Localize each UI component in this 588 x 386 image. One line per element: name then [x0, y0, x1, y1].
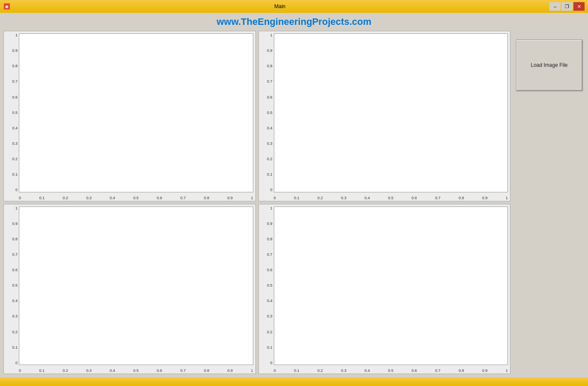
- x-axis-top-right: 0 0.1 0.2 0.3 0.4 0.5 0.6 0.7 0.8 0.9 1: [274, 195, 508, 200]
- y-axis-bottom-left: 1 0.9 0.8 0.7 0.6 0.5 0.4 0.3 0.2 0.1 0: [4, 206, 19, 365]
- title-bar: ▣ Main – ❐ ✕: [0, 0, 588, 13]
- plot-canvas-bottom-right: [274, 206, 508, 365]
- plot-canvas-top-right: [274, 33, 508, 192]
- plots-and-controls: 1 0.9 0.8 0.7 0.6 0.5 0.4 0.3 0.2 0.1 0: [3, 31, 585, 374]
- app-icon: ▣: [3, 3, 10, 10]
- plot-area-bottom-left: 1 0.9 0.8 0.7 0.6 0.5 0.4 0.3 0.2 0.1 0: [4, 204, 255, 374]
- window-title: Main: [10, 3, 549, 9]
- y-axis-top-left: 1 0.9 0.8 0.7 0.6 0.5 0.4 0.3 0.2 0.1 0: [4, 33, 19, 192]
- y-axis-top-right: 1 0.9 0.8 0.7 0.6 0.5 0.4 0.3 0.2 0.1 0: [259, 33, 274, 192]
- close-button[interactable]: ✕: [573, 2, 585, 11]
- restore-button[interactable]: ❐: [561, 2, 573, 11]
- plot-bottom-right: 1 0.9 0.8 0.7 0.6 0.5 0.4 0.3 0.2 0.1 0: [258, 204, 511, 374]
- app-icon-graphic: ▣: [4, 3, 10, 9]
- status-bar: [0, 377, 588, 386]
- plot-canvas-top-left: [19, 33, 253, 192]
- plot-bottom-left: 1 0.9 0.8 0.7 0.6 0.5 0.4 0.3 0.2 0.1 0: [3, 204, 256, 374]
- controls-panel: Load Image File: [514, 31, 585, 374]
- x-axis-bottom-right: 0 0.1 0.2 0.3 0.4 0.5 0.6 0.7 0.8 0.9 1: [274, 368, 508, 373]
- main-content: www.TheEngineeringProjects.com 1 0.9 0.8…: [0, 13, 588, 377]
- website-title: www.TheEngineeringProjects.com: [3, 16, 585, 27]
- window-controls: – ❐ ✕: [549, 2, 585, 11]
- minimize-button[interactable]: –: [549, 2, 561, 11]
- plot-area-top-right: 1 0.9 0.8 0.7 0.6 0.5 0.4 0.3 0.2 0.1 0: [259, 31, 510, 201]
- x-axis-top-left: 0 0.1 0.2 0.3 0.4 0.5 0.6 0.7 0.8 0.9 1: [19, 195, 253, 200]
- plots-grid: 1 0.9 0.8 0.7 0.6 0.5 0.4 0.3 0.2 0.1 0: [3, 31, 510, 374]
- y-axis-bottom-right: 1 0.9 0.8 0.7 0.6 0.5 0.4 0.3 0.2 0.1 0: [259, 206, 274, 365]
- plot-top-left: 1 0.9 0.8 0.7 0.6 0.5 0.4 0.3 0.2 0.1 0: [3, 31, 256, 201]
- x-axis-bottom-left: 0 0.1 0.2 0.3 0.4 0.5 0.6 0.7 0.8 0.9 1: [19, 368, 253, 373]
- plot-canvas-bottom-left: [19, 206, 253, 365]
- load-image-button[interactable]: Load Image File: [516, 39, 582, 91]
- plot-area-top-left: 1 0.9 0.8 0.7 0.6 0.5 0.4 0.3 0.2 0.1 0: [4, 31, 255, 201]
- plot-area-bottom-right: 1 0.9 0.8 0.7 0.6 0.5 0.4 0.3 0.2 0.1 0: [259, 204, 510, 374]
- plot-top-right: 1 0.9 0.8 0.7 0.6 0.5 0.4 0.3 0.2 0.1 0: [258, 31, 511, 201]
